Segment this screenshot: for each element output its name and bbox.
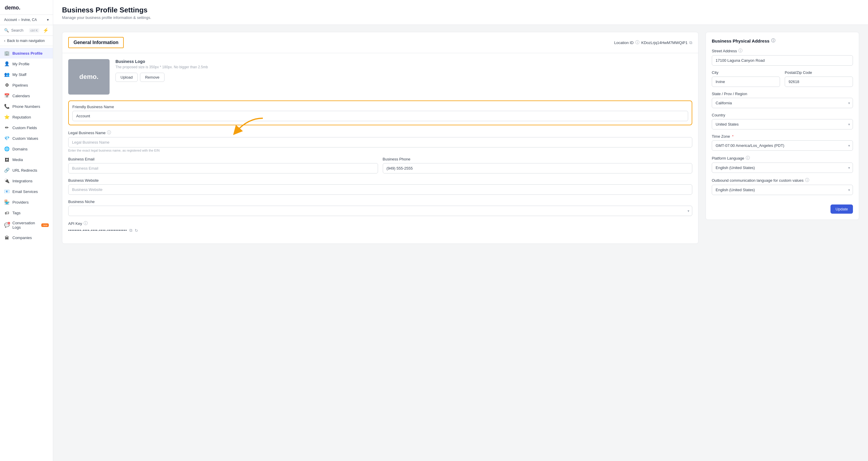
sidebar-item-label: Phone Numbers — [12, 104, 40, 109]
my-profile-icon: 👤 — [4, 61, 9, 66]
state-group: State / Prov / Region California New Yor… — [712, 92, 853, 108]
update-button[interactable]: Update — [831, 204, 853, 214]
timezone-select[interactable]: GMT-07:00 America/Los_Angeles (PDT) GMT-… — [712, 140, 853, 151]
sidebar: demo. Account -- Irvine, CA ▾ 🔍 Search c… — [0, 0, 53, 461]
sidebar-item-url-redirects[interactable]: 🔗 URL Redirects — [0, 165, 53, 176]
business-niche-select-wrapper: ▾ — [68, 206, 692, 216]
sidebar-item-label: Business Profile — [12, 51, 42, 56]
logo-area: demo. — [0, 0, 53, 15]
section-title: General Information — [68, 37, 124, 48]
sidebar-item-label: Domains — [12, 147, 28, 151]
friendly-name-input[interactable] — [72, 111, 688, 121]
business-email-group: Business Email — [68, 157, 378, 173]
friendly-name-label: Friendly Business Name — [72, 105, 688, 109]
app-logo: demo. — [5, 5, 20, 11]
search-shortcut: ctrl K — [29, 28, 39, 32]
providers-icon: 🏪 — [4, 199, 9, 205]
platform-language-group: Platform Language ⓘ English (United Stat… — [712, 155, 853, 173]
business-phone-input[interactable] — [383, 163, 692, 173]
account-selector[interactable]: Account -- Irvine, CA ▾ — [0, 15, 53, 25]
sidebar-item-label: Tags — [12, 211, 20, 215]
sidebar-item-tags[interactable]: 🏷 Tags — [0, 207, 53, 218]
state-label: State / Prov / Region — [712, 92, 853, 96]
sidebar-item-email-services[interactable]: 📧 Email Services — [0, 186, 53, 197]
sidebar-item-calendars[interactable]: 📅 Calendars — [0, 90, 53, 101]
postal-input[interactable] — [785, 77, 853, 87]
address-section-title: Business Physical Address ⓘ — [712, 38, 853, 44]
platform-language-select-wrapper: English (United States) Spanish French ▾ — [712, 163, 853, 173]
sidebar-item-label: Companies — [12, 235, 32, 240]
sidebar-item-label: Media — [12, 157, 23, 162]
sidebar-item-my-profile[interactable]: 👤 My Profile — [0, 59, 53, 69]
sidebar-item-integrations[interactable]: 🔌 Integrations — [0, 176, 53, 186]
timezone-group: Time Zone * GMT-07:00 America/Los_Angele… — [712, 134, 853, 151]
sidebar-item-label: Custom Fields — [12, 125, 37, 130]
upload-button[interactable]: Upload — [116, 73, 137, 82]
business-email-input[interactable] — [68, 163, 378, 173]
city-postal-row: City Postal/Zip Code — [712, 70, 853, 92]
sidebar-item-media[interactable]: 🖼 Media — [0, 154, 53, 165]
sidebar-item-conversation-logs[interactable]: 💬 1 Conversation Logs new — [0, 218, 53, 232]
sidebar-item-domains[interactable]: 🌐 Domains — [0, 144, 53, 154]
info-icon: ⓘ — [635, 40, 640, 45]
sidebar-item-label: Reputation — [12, 115, 31, 119]
back-to-navigation[interactable]: ‹ Back to main navigation — [0, 36, 53, 46]
required-marker: * — [732, 134, 734, 139]
business-niche-label: Business Niche — [68, 199, 692, 204]
street-address-label: Street Address ⓘ — [712, 48, 853, 54]
sidebar-item-reputation[interactable]: ⭐ Reputation — [0, 112, 53, 122]
copy-icon[interactable]: ⧉ — [689, 40, 692, 45]
info-icon: ⓘ — [738, 48, 742, 54]
sidebar-item-label: Pipelines — [12, 83, 28, 87]
chevron-left-icon: ‹ — [4, 39, 5, 43]
search-bar[interactable]: 🔍 Search ctrl K ⚡ — [0, 25, 53, 36]
business-website-input[interactable] — [68, 184, 692, 195]
outbound-language-group: Outbound communication language for cust… — [712, 178, 853, 195]
conversation-logs-icon: 💬 1 — [4, 223, 9, 228]
sidebar-item-providers[interactable]: 🏪 Providers — [0, 197, 53, 207]
back-label: Back to main navigation — [7, 39, 44, 43]
bolt-icon: ⚡ — [43, 27, 49, 33]
country-select[interactable]: United States Canada United Kingdom — [712, 119, 853, 129]
page-header: Business Profile Settings Manage your bu… — [53, 0, 868, 25]
logo-title: Business Logo — [116, 59, 208, 64]
sidebar-item-business-profile[interactable]: 🏢 Business Profile — [0, 48, 53, 59]
city-label: City — [712, 70, 780, 75]
search-label: Search — [11, 28, 23, 32]
sidebar-item-phone-numbers[interactable]: 📞 Phone Numbers — [0, 101, 53, 112]
location-id-label: Location ID — [614, 40, 633, 45]
business-phone-group: Business Phone — [383, 157, 692, 173]
street-address-input[interactable] — [712, 55, 853, 66]
custom-fields-icon: ✏ — [4, 125, 9, 130]
logo-buttons: Upload Remove — [116, 73, 208, 82]
integrations-icon: 🔌 — [4, 178, 9, 183]
business-phone-label: Business Phone — [383, 157, 692, 161]
info-icon: ⓘ — [84, 221, 88, 226]
city-group: City — [712, 70, 780, 87]
sidebar-item-my-staff[interactable]: 👥 My Staff — [0, 69, 53, 80]
logo-row: demo. Business Logo The proposed size is… — [68, 59, 692, 94]
legal-name-input[interactable] — [68, 137, 692, 147]
platform-language-select[interactable]: English (United States) Spanish French — [712, 163, 853, 173]
new-badge: new — [41, 223, 49, 227]
api-key-row: ••••••••-••••-••••-••••-•••••••••••• ⧉ ↻ — [68, 228, 692, 233]
sidebar-item-custom-fields[interactable]: ✏ Custom Fields — [0, 122, 53, 133]
business-niche-select[interactable] — [68, 206, 692, 216]
outbound-language-select[interactable]: English (United States) Spanish French — [712, 185, 853, 195]
legal-name-hint: Enter the exact legal business name, as … — [68, 149, 692, 152]
custom-values-icon: 💎 — [4, 136, 9, 141]
sidebar-nav: 🏢 Business Profile 👤 My Profile 👥 My Sta… — [0, 46, 53, 461]
copy-api-key-icon[interactable]: ⧉ — [129, 228, 132, 233]
refresh-api-key-icon[interactable]: ↻ — [135, 228, 138, 233]
phone-icon: 📞 — [4, 104, 9, 109]
city-input[interactable] — [712, 77, 780, 87]
notification-badge: 1 — [8, 222, 10, 224]
street-address-group: Street Address ⓘ — [712, 48, 853, 66]
sidebar-item-companies[interactable]: 🏛 Companies — [0, 232, 53, 243]
sidebar-item-pipelines[interactable]: ⚙ Pipelines — [0, 80, 53, 90]
remove-button[interactable]: Remove — [140, 73, 164, 82]
search-icon: 🔍 — [4, 28, 9, 32]
sidebar-item-custom-values[interactable]: 💎 Custom Values — [0, 133, 53, 144]
state-select[interactable]: California New York Texas — [712, 98, 853, 108]
location-id-area: Location ID ⓘ KDozLrjq14HwM7MWQiP1 ⧉ — [614, 40, 692, 45]
